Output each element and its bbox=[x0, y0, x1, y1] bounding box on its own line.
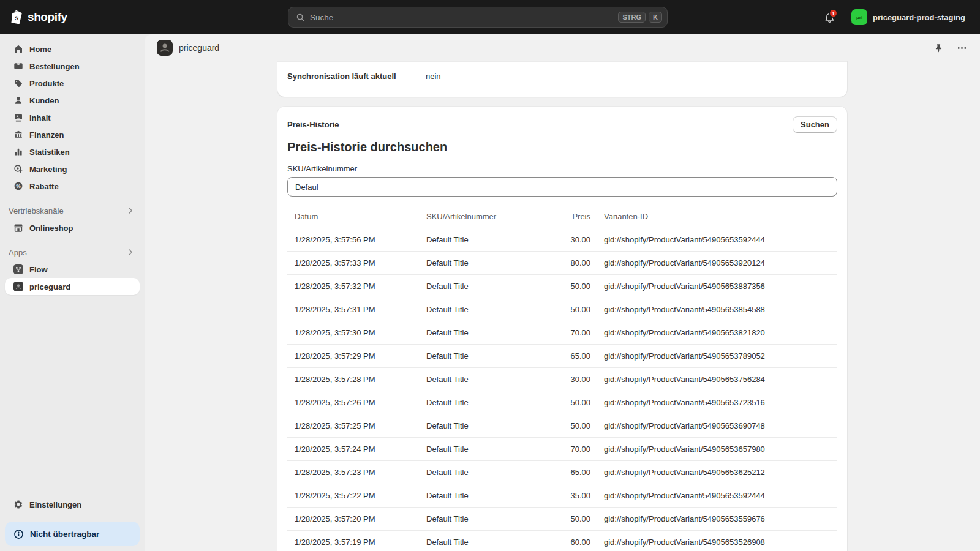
priceguard-app-icon bbox=[13, 282, 23, 291]
chevron-right-icon bbox=[126, 206, 135, 215]
sidebar-item-statistiken[interactable]: Statistiken bbox=[5, 143, 140, 160]
column-header-datum: Datum bbox=[287, 205, 419, 228]
products-tag-icon bbox=[13, 78, 23, 88]
sidebar-item-label: Onlineshop bbox=[29, 223, 74, 233]
sync-status-value: nein bbox=[426, 72, 441, 81]
notification-badge: 1 bbox=[829, 9, 838, 18]
shopify-bag-icon: S bbox=[10, 9, 24, 25]
chevron-right-icon bbox=[126, 248, 135, 257]
column-header-preis: Preis bbox=[545, 205, 597, 228]
main-content: priceguard Synchronisation läuft aktuell bbox=[145, 34, 980, 551]
page-title: priceguard bbox=[179, 43, 219, 53]
cell-variant-id: gid://shopify/ProductVariant/54905653625… bbox=[597, 461, 837, 484]
table-row: 1/28/2025, 3:57:26 PM Default Title 50.0… bbox=[287, 391, 837, 414]
content-icon bbox=[13, 113, 23, 122]
sidebar-item-einstellungen[interactable]: Einstellungen bbox=[5, 496, 140, 513]
store-name: priceguard-prod-staging bbox=[873, 13, 965, 22]
table-row: 1/28/2025, 3:57:22 PM Default Title 35.0… bbox=[287, 484, 837, 508]
svg-text:%: % bbox=[16, 183, 21, 189]
cell-variant-id: gid://shopify/ProductVariant/54905653723… bbox=[597, 391, 837, 414]
column-header-sku: SKU/Artikelnummer bbox=[419, 205, 545, 228]
bank-icon bbox=[13, 130, 23, 140]
search-input[interactable]: Suche STRG K bbox=[288, 7, 668, 28]
sidebar-item-label: priceguard bbox=[29, 282, 70, 291]
cell-preis: 35.00 bbox=[545, 484, 597, 508]
table-row: 1/28/2025, 3:57:19 PM Default Title 60.0… bbox=[287, 531, 837, 551]
table-row: 1/28/2025, 3:57:25 PM Default Title 50.0… bbox=[287, 414, 837, 438]
cell-preis: 50.00 bbox=[545, 391, 597, 414]
cell-preis: 50.00 bbox=[545, 298, 597, 321]
cell-preis: 30.00 bbox=[545, 368, 597, 391]
cell-sku: Default Title bbox=[419, 531, 545, 551]
table-row: 1/28/2025, 3:57:24 PM Default Title 70.0… bbox=[287, 438, 837, 461]
cell-sku: Default Title bbox=[419, 345, 545, 368]
sidebar-item-label: Bestellungen bbox=[29, 62, 80, 71]
store-avatar: pri bbox=[851, 9, 867, 25]
sidebar-item-marketing[interactable]: Marketing bbox=[5, 160, 140, 178]
sidebar-item-kunden[interactable]: Kunden bbox=[5, 92, 140, 109]
search-icon bbox=[296, 13, 305, 22]
sidebar-item-onlineshop[interactable]: Onlineshop bbox=[5, 219, 140, 236]
cell-datum: 1/28/2025, 3:57:23 PM bbox=[287, 461, 419, 484]
gear-icon bbox=[13, 500, 23, 509]
cell-variant-id: gid://shopify/ProductVariant/54905653756… bbox=[597, 368, 837, 391]
ellipsis-icon bbox=[957, 43, 967, 53]
sidebar-section-vertriebskanaele[interactable]: Vertriebskanäle bbox=[5, 202, 140, 219]
sku-input[interactable] bbox=[287, 177, 837, 197]
section-label: Vertriebskanäle bbox=[9, 206, 64, 216]
sku-field-label: SKU/Artikelnummer bbox=[287, 164, 837, 173]
app-header: priceguard bbox=[145, 34, 980, 61]
table-row: 1/28/2025, 3:57:20 PM Default Title 50.0… bbox=[287, 508, 837, 531]
account-menu[interactable]: pri priceguard-prod-staging bbox=[849, 7, 970, 28]
table-body: 1/28/2025, 3:57:56 PM Default Title 30.0… bbox=[287, 228, 837, 551]
scroll-area[interactable]: Synchronisation läuft aktuell nein Preis… bbox=[145, 61, 980, 551]
cell-datum: 1/28/2025, 3:57:30 PM bbox=[287, 321, 419, 345]
sidebar-item-bestellungen[interactable]: Bestellungen bbox=[5, 58, 140, 75]
table-row: 1/28/2025, 3:57:32 PM Default Title 50.0… bbox=[287, 275, 837, 298]
nicht-uebertragbar-banner[interactable]: Nicht übertragbar bbox=[5, 522, 140, 546]
sidebar-item-priceguard[interactable]: priceguard bbox=[5, 278, 140, 295]
pin-button[interactable] bbox=[930, 39, 947, 56]
sidebar-item-finanzen[interactable]: Finanzen bbox=[5, 126, 140, 143]
sidebar-item-label: Rabatte bbox=[29, 182, 59, 191]
cell-datum: 1/28/2025, 3:57:31 PM bbox=[287, 298, 419, 321]
table-row: 1/28/2025, 3:57:28 PM Default Title 30.0… bbox=[287, 368, 837, 391]
sync-status-label: Synchronisation läuft aktuell bbox=[287, 72, 426, 81]
sidebar-item-home[interactable]: Home bbox=[5, 40, 140, 58]
marketing-target-icon bbox=[13, 164, 23, 174]
search-placeholder: Suche bbox=[310, 13, 615, 22]
cell-sku: Default Title bbox=[419, 461, 545, 484]
sidebar-item-produkte[interactable]: Produkte bbox=[5, 75, 140, 92]
shopify-logo[interactable]: S shopify bbox=[10, 9, 145, 25]
sidebar-item-flow[interactable]: Flow bbox=[5, 261, 140, 278]
customers-icon bbox=[13, 96, 23, 105]
discount-icon: % bbox=[13, 181, 23, 191]
cell-sku: Default Title bbox=[419, 321, 545, 345]
pin-icon bbox=[934, 43, 943, 53]
cell-datum: 1/28/2025, 3:57:29 PM bbox=[287, 345, 419, 368]
cell-variant-id: gid://shopify/ProductVariant/54905653887… bbox=[597, 275, 837, 298]
notifications-button[interactable]: 1 bbox=[818, 7, 840, 27]
more-actions-button[interactable] bbox=[953, 39, 970, 56]
suchen-button[interactable]: Suchen bbox=[793, 116, 837, 133]
sidebar-item-inhalt[interactable]: Inhalt bbox=[5, 109, 140, 126]
shortcut-key-strg: STRG bbox=[618, 12, 646, 23]
table-row: 1/28/2025, 3:57:33 PM Default Title 80.0… bbox=[287, 252, 837, 275]
cell-sku: Default Title bbox=[419, 368, 545, 391]
shortcut-key-k: K bbox=[649, 12, 662, 23]
sidebar-item-label: Finanzen bbox=[29, 130, 64, 140]
sidebar-item-label: Inhalt bbox=[29, 113, 51, 122]
sidebar-item-label: Flow bbox=[29, 265, 48, 274]
table-row: 1/28/2025, 3:57:23 PM Default Title 65.0… bbox=[287, 461, 837, 484]
sidebar-item-label: Home bbox=[29, 45, 51, 54]
cell-sku: Default Title bbox=[419, 275, 545, 298]
cell-datum: 1/28/2025, 3:57:28 PM bbox=[287, 368, 419, 391]
sidebar-section-apps[interactable]: Apps bbox=[5, 244, 140, 261]
cell-variant-id: gid://shopify/ProductVariant/54905653821… bbox=[597, 321, 837, 345]
sidebar-item-rabatte[interactable]: % Rabatte bbox=[5, 178, 140, 195]
table-row: 1/28/2025, 3:57:29 PM Default Title 65.0… bbox=[287, 345, 837, 368]
cell-variant-id: gid://shopify/ProductVariant/54905653854… bbox=[597, 298, 837, 321]
sync-card: Synchronisation läuft aktuell nein bbox=[277, 61, 847, 97]
cell-sku: Default Title bbox=[419, 252, 545, 275]
cell-datum: 1/28/2025, 3:57:24 PM bbox=[287, 438, 419, 461]
